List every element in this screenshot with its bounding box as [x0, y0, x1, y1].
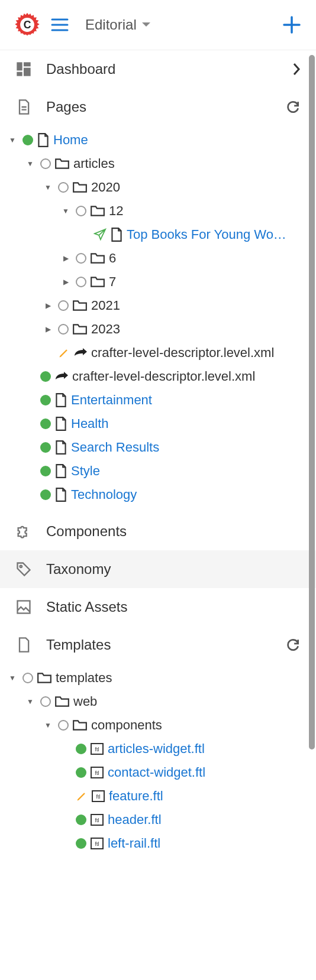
expand-toggle[interactable]: ▼: [41, 183, 54, 192]
status-indicator: [22, 673, 33, 683]
pencil-icon: [76, 790, 88, 802]
tree-item-components-folder[interactable]: ▼ components: [6, 713, 290, 737]
arrow-right-icon: [54, 371, 69, 382]
ftl-icon: ftl: [90, 813, 104, 827]
tree-item-2021[interactable]: ▶ 2021: [6, 294, 290, 317]
nav-label: Taxonomy: [46, 561, 301, 577]
ftl-icon: ftl: [90, 836, 104, 851]
tree-item-feature[interactable]: ftl feature.ftl: [6, 784, 290, 808]
tree-label: 2020: [91, 180, 120, 195]
status-indicator: [58, 720, 69, 731]
tree-item-style[interactable]: Style: [6, 459, 290, 483]
ftl-icon: ftl: [90, 765, 104, 780]
nav-pages[interactable]: Pages: [0, 88, 316, 126]
tree-label: Top Books For Young Wo…: [127, 227, 286, 242]
nav-dashboard[interactable]: Dashboard: [0, 50, 316, 88]
expand-toggle[interactable]: ▶: [59, 254, 72, 262]
site-selector[interactable]: Editorial: [85, 17, 151, 33]
tree-label: Home: [53, 132, 88, 148]
tree-label: left-rail.ftl: [108, 836, 160, 851]
tree-label: Health: [71, 416, 109, 431]
refresh-icon[interactable]: [285, 637, 301, 653]
chevron-down-icon: [141, 22, 151, 28]
tree-item-2023[interactable]: ▶ 2023: [6, 317, 290, 341]
tree-item-templates[interactable]: ▼ templates: [6, 666, 290, 690]
page-icon: [54, 463, 67, 479]
tree-label: Technology: [71, 487, 137, 502]
tree-item-header[interactable]: ftl header.ftl: [6, 808, 290, 832]
svg-text:ftl: ftl: [95, 770, 99, 776]
status-indicator: [76, 206, 86, 216]
folder-icon: [90, 275, 105, 288]
page-icon: [37, 132, 50, 148]
folder-icon: [72, 719, 88, 732]
expand-toggle[interactable]: ▼: [59, 207, 72, 215]
tree-item-technology[interactable]: Technology: [6, 483, 290, 507]
svg-text:ftl: ftl: [95, 841, 99, 847]
tree-item-web[interactable]: ▼ web: [6, 690, 290, 713]
tree-item-2020[interactable]: ▼ 2020: [6, 176, 290, 199]
create-button[interactable]: [282, 15, 302, 35]
tree-label: header.ftl: [108, 812, 162, 828]
tree-label: crafter-level-descriptor.level.xml: [91, 345, 274, 361]
tree-item-contact-widget[interactable]: ftl contact-widget.ftl: [6, 761, 290, 784]
refresh-icon[interactable]: [285, 99, 301, 115]
pencil-icon: [58, 347, 70, 359]
folder-icon: [37, 671, 52, 684]
logo[interactable]: C: [14, 12, 40, 38]
tree-item-entertainment[interactable]: Entertainment: [6, 388, 290, 412]
expand-toggle[interactable]: ▼: [24, 160, 37, 168]
tree-item-articles-widget[interactable]: ftl articles-widget.ftl: [6, 737, 290, 761]
folder-icon: [54, 157, 70, 170]
tree-label: articles: [73, 156, 115, 171]
svg-rect-6: [17, 72, 22, 76]
nav-components[interactable]: Components: [0, 512, 316, 550]
status-indicator: [40, 371, 51, 382]
svg-rect-4: [24, 62, 31, 66]
tree-item-7[interactable]: ▶ 7: [6, 270, 290, 294]
svg-text:ftl: ftl: [96, 794, 100, 800]
folder-icon: [90, 205, 105, 218]
tree-item-6[interactable]: ▶ 6: [6, 246, 290, 270]
tree-item-top-books[interactable]: Top Books For Young Wo…: [6, 223, 290, 246]
nav-static-assets[interactable]: Static Assets: [0, 588, 316, 626]
tree-item-articles[interactable]: ▼ articles: [6, 152, 290, 176]
svg-text:C: C: [24, 19, 31, 31]
menu-icon[interactable]: [51, 18, 69, 32]
tree-item-crafter-desc-2[interactable]: crafter-level-descriptor.level.xml: [6, 365, 290, 388]
expand-toggle[interactable]: ▼: [41, 721, 54, 729]
file-icon: [15, 637, 32, 653]
tree-item-health[interactable]: Health: [6, 412, 290, 436]
expand-toggle[interactable]: ▶: [41, 301, 54, 310]
expand-toggle[interactable]: ▼: [6, 674, 19, 682]
tree-item-left-rail[interactable]: ftl left-rail.ftl: [6, 832, 290, 855]
expand-toggle[interactable]: ▶: [41, 325, 54, 333]
status-indicator: [40, 418, 51, 429]
scrollbar[interactable]: [309, 55, 315, 749]
tree-item-home[interactable]: ▼ Home: [6, 128, 290, 152]
site-name: Editorial: [85, 17, 137, 33]
nav-taxonomy[interactable]: Taxonomy: [0, 550, 316, 588]
tree-label: crafter-level-descriptor.level.xml: [72, 369, 255, 384]
nav-label: Dashboard: [46, 61, 278, 77]
nav-label: Static Assets: [46, 599, 301, 615]
status-indicator: [76, 814, 86, 825]
expand-toggle[interactable]: ▼: [6, 136, 19, 144]
tree-item-search-results[interactable]: Search Results: [6, 436, 290, 459]
status-indicator: [40, 696, 51, 707]
tree-item-crafter-desc-1[interactable]: crafter-level-descriptor.level.xml: [6, 341, 290, 365]
expand-toggle[interactable]: ▶: [59, 278, 72, 286]
expand-toggle[interactable]: ▼: [24, 697, 37, 706]
nav-templates[interactable]: Templates: [0, 626, 316, 664]
dashboard-icon: [15, 61, 32, 77]
status-indicator: [40, 158, 51, 169]
folder-icon: [90, 252, 105, 265]
page-icon: [54, 416, 67, 431]
ftl-icon: ftl: [90, 742, 104, 756]
page-icon: [15, 99, 32, 115]
tree-label: 6: [109, 251, 116, 266]
folder-icon: [72, 181, 88, 194]
tree-label: 2021: [91, 298, 120, 313]
tree-label: feature.ftl: [109, 788, 163, 804]
tree-item-12[interactable]: ▼ 12: [6, 199, 290, 223]
